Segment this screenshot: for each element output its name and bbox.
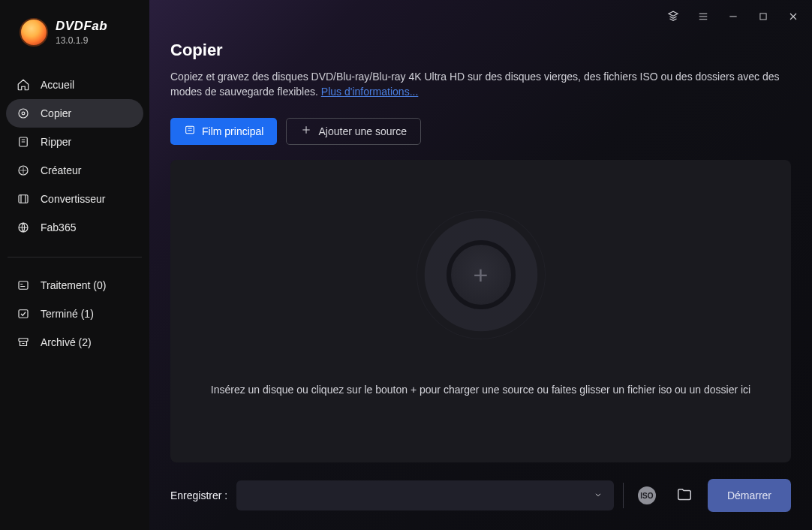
minimize-button[interactable]	[725, 8, 741, 25]
content: Copier Copiez et gravez des disques DVD/…	[149, 33, 812, 530]
footer-separator	[623, 483, 624, 508]
start-button[interactable]: Démarrer	[708, 479, 791, 512]
brand-name: DVDFab	[56, 19, 107, 34]
svg-rect-4	[19, 195, 28, 203]
archive-icon	[17, 336, 30, 349]
nav-main: Accueil Copier Ripper Créateur Convertis…	[0, 60, 149, 242]
svg-point-0	[19, 109, 28, 118]
folder-output-button[interactable]	[670, 481, 699, 510]
add-source-button[interactable]: Ajouter une source	[286, 118, 421, 145]
description-text: Copiez et gravez des disques DVD/Blu-ray…	[170, 71, 780, 98]
sidebar-item-createur[interactable]: Créateur	[6, 156, 143, 185]
brand-block: DVDFab 13.0.1.9	[0, 14, 149, 60]
sidebar-item-convertisseur[interactable]: Convertisseur	[6, 185, 143, 213]
titlebar	[149, 0, 812, 33]
sidebar-item-label: Créateur	[41, 164, 81, 176]
svg-point-1	[22, 112, 25, 115]
sidebar-item-accueil[interactable]: Accueil	[6, 71, 143, 99]
menu-icon[interactable]	[695, 8, 711, 25]
page-title: Copier	[170, 41, 791, 60]
brand-version: 13.0.1.9	[56, 35, 107, 46]
sidebar-item-traitement[interactable]: Traitement (0)	[6, 271, 143, 300]
globe-icon	[17, 221, 30, 234]
folder-icon	[676, 486, 693, 505]
nav-status: Traitement (0) Terminé (1) Archivé (2)	[0, 271, 149, 357]
brand-text: DVDFab 13.0.1.9	[56, 19, 107, 47]
sidebar-item-ripper[interactable]: Ripper	[6, 128, 143, 156]
save-destination-select[interactable]	[236, 480, 614, 510]
drop-add-button[interactable]: +	[447, 240, 516, 309]
close-button[interactable]	[785, 8, 801, 25]
footer-bar: Enregistrer : ISO Démarrer	[170, 479, 791, 530]
disc-icon	[17, 107, 30, 120]
iso-icon: ISO	[638, 486, 656, 504]
plus-large-icon: +	[474, 260, 489, 290]
add-source-label: Ajouter une source	[318, 125, 407, 137]
sidebar-item-label: Convertisseur	[41, 193, 105, 205]
progress-icon	[17, 279, 30, 292]
list-icon	[184, 124, 196, 138]
theme-icon[interactable]	[665, 8, 681, 25]
sidebar-item-archive[interactable]: Archivé (2)	[6, 328, 143, 357]
rip-icon	[17, 135, 30, 149]
maximize-button[interactable]	[755, 8, 771, 25]
sidebar: DVDFab 13.0.1.9 Accueil Copier Ripper Cr…	[0, 0, 149, 530]
svg-rect-9	[760, 14, 766, 20]
svg-rect-8	[19, 339, 28, 342]
brand-logo	[20, 18, 48, 47]
plus-icon	[300, 124, 312, 138]
chevron-down-icon	[593, 489, 603, 502]
action-row: Film principal Ajouter une source	[170, 118, 791, 145]
drop-circle-ring: +	[417, 211, 545, 339]
converter-icon	[17, 192, 30, 206]
start-button-label: Démarrer	[727, 489, 771, 501]
sidebar-item-termine[interactable]: Terminé (1)	[6, 300, 143, 328]
sidebar-item-fab365[interactable]: Fab365	[6, 213, 143, 242]
sidebar-divider	[8, 257, 142, 257]
done-icon	[17, 307, 30, 321]
sidebar-item-label: Terminé (1)	[41, 308, 94, 320]
dropzone[interactable]: + Insérez un disque ou cliquez sur le bo…	[170, 160, 791, 462]
svg-rect-7	[19, 310, 28, 318]
drop-hint-text: Insérez un disque ou cliquez sur le bout…	[188, 384, 773, 411]
sidebar-item-label: Copier	[41, 107, 71, 119]
page-description: Copiez et gravez des disques DVD/Blu-ray…	[170, 69, 786, 100]
iso-output-button[interactable]: ISO	[633, 481, 661, 510]
main-panel: Copier Copiez et gravez des disques DVD/…	[149, 0, 812, 530]
sidebar-item-label: Ripper	[41, 136, 71, 148]
sidebar-item-label: Accueil	[41, 79, 74, 91]
svg-rect-6	[19, 282, 28, 290]
main-movie-button[interactable]: Film principal	[170, 118, 277, 145]
creator-icon	[17, 164, 30, 177]
sidebar-item-label: Archivé (2)	[41, 336, 92, 348]
sidebar-item-copier[interactable]: Copier	[6, 99, 143, 128]
svg-rect-10	[186, 126, 194, 133]
save-to-label: Enregistrer :	[170, 489, 227, 501]
sidebar-item-label: Traitement (0)	[41, 279, 106, 291]
main-movie-label: Film principal	[202, 125, 263, 137]
sidebar-item-label: Fab365	[41, 221, 76, 233]
more-info-link[interactable]: Plus d'informations...	[321, 86, 419, 98]
home-icon	[17, 78, 30, 92]
